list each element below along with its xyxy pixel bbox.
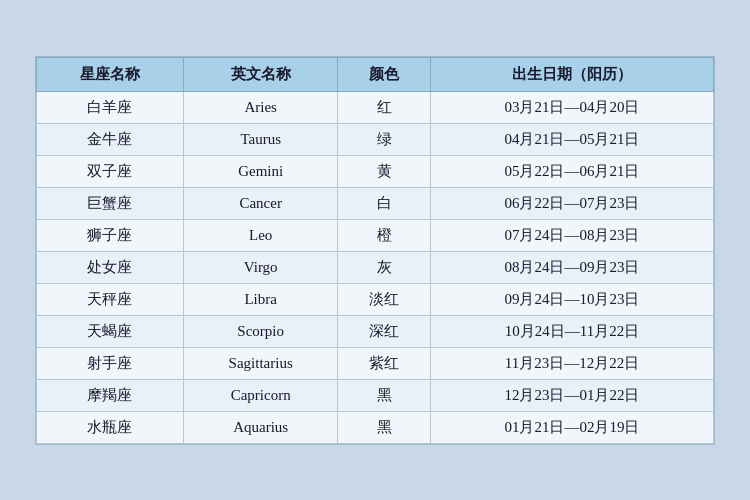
cell-chinese: 天蝎座 — [37, 315, 184, 347]
cell-color: 深红 — [338, 315, 431, 347]
col-header-english: 英文名称 — [183, 57, 338, 91]
cell-dates: 10月24日—11月22日 — [430, 315, 713, 347]
table-header-row: 星座名称 英文名称 颜色 出生日期（阳历） — [37, 57, 714, 91]
cell-dates: 06月22日—07月23日 — [430, 187, 713, 219]
cell-chinese: 狮子座 — [37, 219, 184, 251]
cell-dates: 01月21日—02月19日 — [430, 411, 713, 443]
cell-dates: 05月22日—06月21日 — [430, 155, 713, 187]
cell-english: Aquarius — [183, 411, 338, 443]
cell-dates: 11月23日—12月22日 — [430, 347, 713, 379]
cell-color: 红 — [338, 91, 431, 123]
cell-chinese: 射手座 — [37, 347, 184, 379]
col-header-dates: 出生日期（阳历） — [430, 57, 713, 91]
cell-chinese: 白羊座 — [37, 91, 184, 123]
cell-english: Taurus — [183, 123, 338, 155]
table-row: 双子座Gemini黄05月22日—06月21日 — [37, 155, 714, 187]
cell-chinese: 金牛座 — [37, 123, 184, 155]
cell-english: Scorpio — [183, 315, 338, 347]
cell-english: Leo — [183, 219, 338, 251]
cell-dates: 09月24日—10月23日 — [430, 283, 713, 315]
zodiac-table: 星座名称 英文名称 颜色 出生日期（阳历） 白羊座Aries红03月21日—04… — [36, 57, 714, 444]
table-row: 处女座Virgo灰08月24日—09月23日 — [37, 251, 714, 283]
cell-english: Libra — [183, 283, 338, 315]
cell-chinese: 处女座 — [37, 251, 184, 283]
cell-dates: 04月21日—05月21日 — [430, 123, 713, 155]
cell-color: 黄 — [338, 155, 431, 187]
cell-color: 白 — [338, 187, 431, 219]
cell-color: 灰 — [338, 251, 431, 283]
cell-english: Aries — [183, 91, 338, 123]
cell-chinese: 摩羯座 — [37, 379, 184, 411]
cell-dates: 12月23日—01月22日 — [430, 379, 713, 411]
cell-english: Sagittarius — [183, 347, 338, 379]
table-body: 白羊座Aries红03月21日—04月20日金牛座Taurus绿04月21日—0… — [37, 91, 714, 443]
col-header-color: 颜色 — [338, 57, 431, 91]
table-row: 摩羯座Capricorn黑12月23日—01月22日 — [37, 379, 714, 411]
cell-chinese: 巨蟹座 — [37, 187, 184, 219]
cell-color: 橙 — [338, 219, 431, 251]
zodiac-table-container: 星座名称 英文名称 颜色 出生日期（阳历） 白羊座Aries红03月21日—04… — [35, 56, 715, 445]
cell-color: 淡红 — [338, 283, 431, 315]
table-row: 狮子座Leo橙07月24日—08月23日 — [37, 219, 714, 251]
cell-color: 紫红 — [338, 347, 431, 379]
cell-english: Gemini — [183, 155, 338, 187]
table-row: 天秤座Libra淡红09月24日—10月23日 — [37, 283, 714, 315]
cell-dates: 03月21日—04月20日 — [430, 91, 713, 123]
table-row: 天蝎座Scorpio深红10月24日—11月22日 — [37, 315, 714, 347]
col-header-chinese: 星座名称 — [37, 57, 184, 91]
cell-english: Virgo — [183, 251, 338, 283]
cell-chinese: 天秤座 — [37, 283, 184, 315]
table-row: 射手座Sagittarius紫红11月23日—12月22日 — [37, 347, 714, 379]
cell-dates: 08月24日—09月23日 — [430, 251, 713, 283]
cell-color: 黑 — [338, 379, 431, 411]
cell-chinese: 水瓶座 — [37, 411, 184, 443]
cell-english: Cancer — [183, 187, 338, 219]
cell-color: 黑 — [338, 411, 431, 443]
table-row: 金牛座Taurus绿04月21日—05月21日 — [37, 123, 714, 155]
cell-chinese: 双子座 — [37, 155, 184, 187]
table-row: 水瓶座Aquarius黑01月21日—02月19日 — [37, 411, 714, 443]
table-row: 巨蟹座Cancer白06月22日—07月23日 — [37, 187, 714, 219]
cell-color: 绿 — [338, 123, 431, 155]
table-row: 白羊座Aries红03月21日—04月20日 — [37, 91, 714, 123]
cell-english: Capricorn — [183, 379, 338, 411]
cell-dates: 07月24日—08月23日 — [430, 219, 713, 251]
